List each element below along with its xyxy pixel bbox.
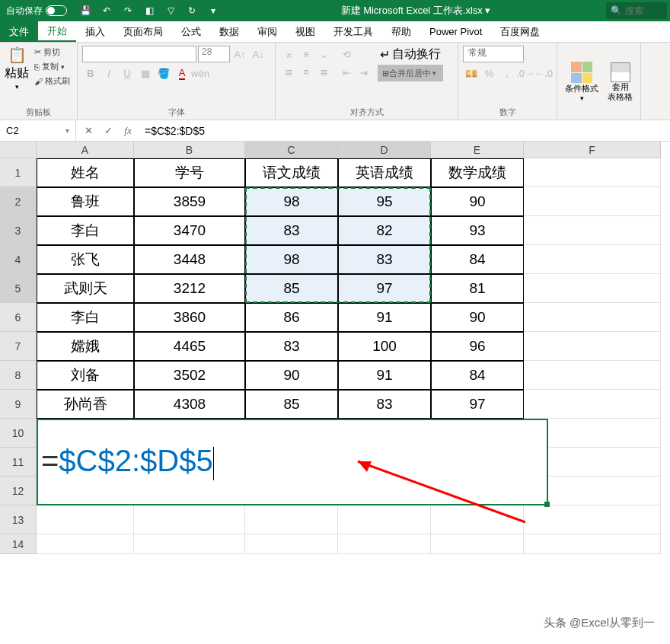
cell[interactable]: 3859 — [134, 187, 245, 216]
cell[interactable]: 98 — [245, 245, 338, 274]
tab-home[interactable]: 开始 — [38, 21, 76, 42]
cell[interactable]: 97 — [338, 274, 431, 303]
number-format-combo[interactable]: 常规 — [463, 46, 524, 62]
increase-decimal-button[interactable]: .0→ — [517, 65, 534, 81]
cell[interactable]: 86 — [245, 303, 338, 332]
tab-review[interactable]: 审阅 — [248, 21, 286, 42]
increase-indent-button[interactable]: ⇥ — [355, 64, 372, 81]
col-header-d[interactable]: D — [338, 142, 431, 158]
cell[interactable]: 90 — [431, 303, 524, 332]
cancel-formula-button[interactable]: ✕ — [79, 122, 97, 140]
tab-insert[interactable]: 插入 — [76, 21, 114, 42]
touch-icon[interactable]: ◧ — [142, 3, 157, 18]
search-box[interactable]: 🔍 — [606, 2, 667, 19]
cell[interactable] — [37, 534, 134, 554]
wrap-text-button[interactable]: ↵自动换行 — [378, 46, 443, 63]
cell[interactable]: 语文成绩 — [245, 158, 338, 187]
align-top-button[interactable]: ⌅ — [280, 46, 297, 62]
tab-powerpivot[interactable]: Power Pivot — [420, 21, 491, 42]
tab-file[interactable]: 文件 — [0, 21, 38, 42]
cell[interactable]: 85 — [245, 274, 338, 303]
orientation-button[interactable]: ⟲ — [338, 46, 355, 62]
decrease-indent-button[interactable]: ⇤ — [338, 64, 355, 81]
cell[interactable]: 数学成绩 — [431, 158, 524, 187]
copy-button[interactable]: ⎘复制▾ — [32, 60, 72, 73]
cell[interactable] — [524, 158, 661, 187]
align-bottom-button[interactable]: ⌄ — [315, 46, 332, 62]
conditional-format-button[interactable]: 条件格式 ▾ — [562, 46, 601, 118]
percent-button[interactable]: % — [481, 65, 498, 81]
comma-button[interactable]: , — [499, 65, 515, 81]
col-header-e[interactable]: E — [431, 142, 524, 158]
cell[interactable] — [431, 505, 524, 534]
cell[interactable]: 96 — [431, 332, 524, 361]
undo-icon[interactable]: ↶ — [99, 3, 114, 18]
tab-baidu[interactable]: 百度网盘 — [491, 21, 549, 42]
align-right-button[interactable]: ≣ — [315, 63, 332, 80]
table-format-button[interactable]: 套用 表格格 — [605, 46, 636, 118]
cell[interactable]: 90 — [431, 187, 524, 216]
cell[interactable]: 英语成绩 — [338, 158, 431, 187]
row-header[interactable]: 3 — [0, 216, 37, 245]
refresh-icon[interactable]: ↻ — [184, 3, 199, 18]
cell[interactable]: 83 — [245, 332, 338, 361]
cell[interactable]: 李白 — [37, 216, 134, 245]
row-header[interactable]: 10 — [0, 419, 37, 448]
cell[interactable]: 孙尚香 — [37, 390, 134, 419]
save-icon[interactable]: 💾 — [78, 3, 93, 18]
row-header[interactable]: 9 — [0, 390, 37, 419]
cell[interactable]: 姓名 — [37, 158, 134, 187]
cell[interactable]: 刘备 — [37, 361, 134, 390]
row-header[interactable]: 12 — [0, 477, 37, 505]
cell[interactable]: 李白 — [37, 303, 134, 332]
row-header[interactable]: 6 — [0, 303, 37, 332]
select-all-corner[interactable] — [0, 142, 37, 158]
cell[interactable]: 4465 — [134, 332, 245, 361]
cell[interactable]: 90 — [245, 361, 338, 390]
tab-help[interactable]: 帮助 — [382, 21, 420, 42]
cell[interactable] — [524, 505, 661, 534]
cell[interactable] — [524, 187, 661, 216]
cell[interactable]: 85 — [245, 390, 338, 419]
cell[interactable]: 武则天 — [37, 274, 134, 303]
accounting-button[interactable]: 💴 — [463, 65, 480, 81]
cell[interactable]: 100 — [338, 332, 431, 361]
tab-formulas[interactable]: 公式 — [172, 21, 210, 42]
row-header[interactable]: 2 — [0, 187, 37, 216]
cell[interactable]: 鲁班 — [37, 187, 134, 216]
row-header[interactable]: 1 — [0, 158, 37, 187]
row-header[interactable]: 5 — [0, 274, 37, 303]
cell[interactable]: 3502 — [134, 361, 245, 390]
cell[interactable]: 95 — [338, 187, 431, 216]
font-color-button[interactable]: A — [174, 65, 190, 81]
cell[interactable] — [245, 534, 338, 554]
phonetic-button[interactable]: wén — [192, 65, 209, 81]
filter-icon[interactable]: ▽ — [163, 3, 178, 18]
cell[interactable]: 4308 — [134, 390, 245, 419]
cell[interactable] — [524, 332, 661, 361]
row-header[interactable]: 11 — [0, 448, 37, 477]
border-button[interactable]: ▦ — [137, 65, 154, 81]
font-size-combo[interactable]: 28 — [198, 46, 230, 62]
col-header-f[interactable]: F — [524, 142, 661, 158]
cell[interactable]: 学号 — [134, 158, 245, 187]
enter-formula-button[interactable]: ✓ — [99, 122, 117, 140]
cell[interactable]: 3860 — [134, 303, 245, 332]
fill-handle[interactable] — [544, 502, 550, 507]
cell[interactable] — [524, 303, 661, 332]
cell[interactable]: 81 — [431, 274, 524, 303]
cell[interactable] — [338, 505, 431, 534]
col-header-b[interactable]: B — [134, 142, 245, 158]
col-header-a[interactable]: A — [37, 142, 134, 158]
cell[interactable]: 93 — [431, 216, 524, 245]
row-header[interactable]: 7 — [0, 332, 37, 361]
underline-button[interactable]: U — [119, 65, 136, 81]
cell[interactable] — [524, 390, 661, 419]
cell[interactable]: 3448 — [134, 245, 245, 274]
font-family-combo[interactable] — [82, 46, 196, 62]
align-left-button[interactable]: ≣ — [280, 63, 297, 80]
tab-view[interactable]: 视图 — [286, 21, 324, 42]
cell[interactable] — [524, 534, 661, 554]
formula-input[interactable]: =$C$2:$D$5 — [140, 125, 670, 137]
paste-button[interactable]: 📋 粘贴 ▾ — [5, 46, 29, 105]
